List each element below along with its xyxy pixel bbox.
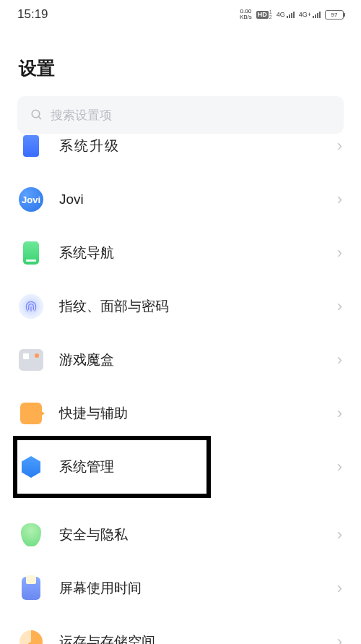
jovi-icon: Jovi	[19, 187, 43, 212]
row-label: 系统升级	[59, 137, 331, 155]
network-speed-icon: 0.00 KB/s	[240, 9, 252, 20]
chevron-right-icon: ›	[337, 137, 342, 155]
row-system-nav[interactable]: 系统导航 ›	[0, 226, 361, 280]
search-icon	[30, 108, 43, 121]
chevron-right-icon: ›	[337, 579, 342, 598]
row-system-manage[interactable]: 系统管理 ›	[0, 440, 361, 494]
chevron-right-icon: ›	[337, 190, 342, 209]
row-label: 运存与存储空间	[59, 632, 331, 644]
row-security-privacy[interactable]: 安全与隐私 ›	[0, 508, 361, 562]
row-system-upgrade[interactable]: 系统升级 ›	[0, 134, 361, 173]
screen-time-icon	[19, 576, 43, 601]
row-game-box[interactable]: 游戏魔盒 ›	[0, 333, 361, 387]
system-upgrade-icon	[19, 134, 43, 158]
status-indicators: 0.00 KB/s HD 12 4G 4G+ 97	[240, 9, 344, 20]
chevron-right-icon: ›	[337, 351, 342, 369]
chevron-right-icon: ›	[337, 244, 342, 262]
page-title: 设置	[0, 29, 361, 96]
row-label: 游戏魔盒	[59, 351, 331, 369]
fingerprint-icon	[19, 294, 43, 319]
row-label: 屏幕使用时间	[59, 579, 331, 598]
row-quick-assist[interactable]: 快捷与辅助 ›	[0, 387, 361, 440]
row-label: Jovi	[59, 192, 331, 207]
chevron-right-icon: ›	[337, 458, 342, 476]
status-time: 15:19	[17, 7, 48, 22]
search-input[interactable]: 搜索设置项	[17, 96, 344, 134]
row-label: 系统导航	[59, 244, 331, 262]
row-label: 指纹、面部与密码	[59, 297, 331, 316]
row-jovi[interactable]: Jovi Jovi ›	[0, 173, 361, 226]
signal-2-icon: 4G+	[299, 11, 321, 18]
hexagon-icon	[19, 455, 43, 479]
row-storage[interactable]: 运存与存储空间 ›	[0, 615, 361, 644]
storage-icon	[19, 630, 43, 644]
row-fingerprint[interactable]: 指纹、面部与密码 ›	[0, 280, 361, 333]
row-label: 系统管理	[59, 458, 331, 476]
battery-icon: 97	[325, 10, 344, 20]
row-screen-time[interactable]: 屏幕使用时间 ›	[0, 562, 361, 615]
settings-list: 系统升级 › Jovi Jovi › 系统导航 › 指纹、面部与密码 › 游戏魔…	[0, 134, 361, 644]
signal-1-icon: 4G	[277, 11, 295, 18]
gamepad-icon	[19, 348, 43, 372]
chevron-right-icon: ›	[337, 297, 342, 316]
search-placeholder: 搜索设置项	[51, 107, 112, 124]
row-label: 安全与隐私	[59, 525, 331, 544]
nav-icon	[19, 241, 43, 265]
chevron-right-icon: ›	[337, 525, 342, 544]
arrow-icon	[19, 401, 43, 426]
section-divider	[0, 494, 361, 508]
svg-line-1	[38, 116, 41, 119]
svg-point-0	[32, 110, 40, 118]
hd-icon: HD 12	[256, 9, 272, 20]
chevron-right-icon: ›	[337, 632, 342, 644]
status-bar: 15:19 0.00 KB/s HD 12 4G 4G+ 97	[0, 0, 361, 29]
row-label: 快捷与辅助	[59, 404, 331, 423]
chevron-right-icon: ›	[337, 404, 342, 423]
shield-icon	[19, 523, 43, 547]
